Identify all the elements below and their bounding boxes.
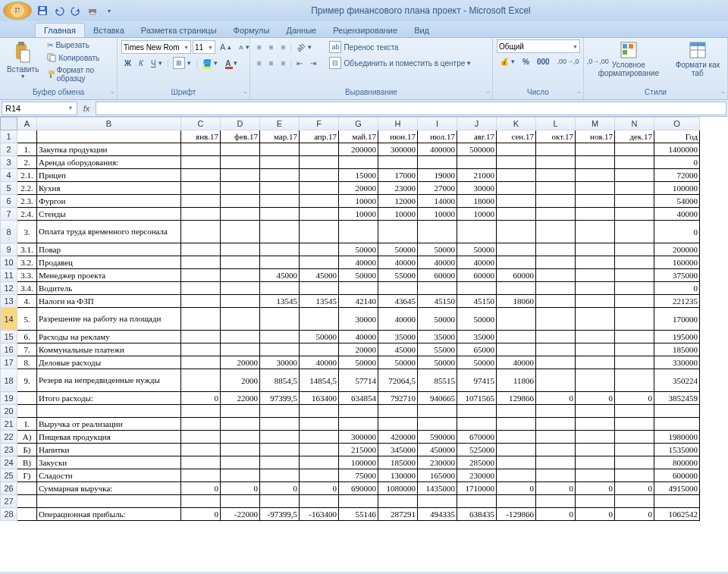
- cell[interactable]: [576, 495, 615, 508]
- cell[interactable]: 494335: [418, 508, 457, 521]
- number-format-combo[interactable]: Общий▼: [497, 39, 580, 53]
- cell[interactable]: 40000: [418, 256, 457, 269]
- cell[interactable]: [497, 243, 536, 256]
- cell[interactable]: 42140: [339, 295, 378, 308]
- row-header-13[interactable]: 13: [1, 295, 17, 308]
- cell[interactable]: 2000: [221, 369, 260, 392]
- cell[interactable]: 100000: [654, 182, 700, 195]
- cell[interactable]: 55000: [378, 269, 418, 282]
- cell[interactable]: [536, 243, 576, 256]
- cell[interactable]: [615, 469, 654, 482]
- cell[interactable]: 0: [221, 482, 260, 495]
- cell[interactable]: [260, 143, 300, 156]
- cell[interactable]: 21000: [457, 169, 497, 182]
- cell[interactable]: 1435000: [418, 482, 457, 495]
- cell[interactable]: [221, 169, 260, 182]
- cell[interactable]: 40000: [378, 308, 418, 331]
- cell[interactable]: 17000: [378, 169, 418, 182]
- cell[interactable]: 345000: [378, 444, 418, 456]
- cell[interactable]: [576, 208, 615, 221]
- cell[interactable]: 20000: [339, 182, 378, 195]
- cell[interactable]: 72064,5: [378, 369, 418, 392]
- cell[interactable]: [378, 221, 418, 243]
- cell[interactable]: май.17: [339, 130, 378, 143]
- italic-button[interactable]: К: [136, 58, 146, 69]
- cell[interactable]: [17, 495, 37, 508]
- cell[interactable]: 50000: [378, 356, 418, 369]
- cell[interactable]: [300, 308, 339, 331]
- cell[interactable]: 195000: [654, 331, 700, 343]
- cell[interactable]: 3.2.: [17, 256, 37, 269]
- cell[interactable]: [221, 156, 260, 169]
- cell[interactable]: [536, 182, 576, 195]
- col-header-N[interactable]: N: [615, 118, 654, 130]
- cell[interactable]: [221, 431, 260, 444]
- cell[interactable]: 0: [260, 482, 300, 495]
- cell[interactable]: [300, 143, 339, 156]
- cell[interactable]: [221, 182, 260, 195]
- cell[interactable]: [615, 195, 654, 208]
- cell[interactable]: 2.3.: [17, 195, 37, 208]
- tab-рецензирование[interactable]: Рецензирование: [325, 24, 406, 37]
- cell[interactable]: 3.3.: [17, 269, 37, 282]
- print-icon[interactable]: [85, 3, 100, 18]
- cell[interactable]: [181, 169, 221, 182]
- cell[interactable]: -22000: [221, 508, 260, 521]
- office-button[interactable]: [3, 2, 32, 20]
- cell[interactable]: [221, 269, 260, 282]
- col-header-D[interactable]: D: [221, 118, 260, 130]
- cell[interactable]: 50000: [418, 308, 457, 331]
- cell[interactable]: [181, 405, 221, 418]
- cell[interactable]: [300, 182, 339, 195]
- cell[interactable]: [615, 221, 654, 243]
- cell[interactable]: Повар: [37, 243, 181, 256]
- cell[interactable]: 13545: [300, 295, 339, 308]
- cell[interactable]: 0: [300, 482, 339, 495]
- cell[interactable]: 940665: [418, 392, 457, 405]
- qat-dropdown-icon[interactable]: ▾: [102, 3, 117, 18]
- cell[interactable]: 50000: [339, 356, 378, 369]
- cell[interactable]: [497, 331, 536, 343]
- cell[interactable]: 14000: [418, 195, 457, 208]
- cell[interactable]: 35000: [418, 331, 457, 343]
- cell[interactable]: Фургон: [37, 195, 181, 208]
- align-center-button[interactable]: ≡: [266, 58, 277, 69]
- cell[interactable]: [615, 495, 654, 508]
- col-header-L[interactable]: L: [536, 118, 576, 130]
- cell[interactable]: [221, 331, 260, 343]
- cell[interactable]: [221, 469, 260, 482]
- cell[interactable]: [300, 418, 339, 431]
- cell[interactable]: 2.4.: [17, 208, 37, 221]
- cell[interactable]: 0: [181, 392, 221, 405]
- cell[interactable]: [300, 469, 339, 482]
- cell[interactable]: Оплата труда временного персонала: [37, 221, 181, 243]
- cell[interactable]: 97415: [457, 369, 497, 392]
- cell[interactable]: [576, 469, 615, 482]
- cell[interactable]: [418, 418, 457, 431]
- cell[interactable]: -97399,5: [260, 508, 300, 521]
- cell[interactable]: Пищевая продукция: [37, 431, 181, 444]
- cell[interactable]: [536, 356, 576, 369]
- cell[interactable]: [418, 405, 457, 418]
- cell[interactable]: [536, 469, 576, 482]
- cell[interactable]: 10000: [378, 208, 418, 221]
- fill-color-button[interactable]: 🪣▾: [199, 58, 221, 69]
- font-color-button[interactable]: A▾: [222, 58, 240, 69]
- cell[interactable]: [497, 195, 536, 208]
- cell[interactable]: [576, 308, 615, 331]
- cell[interactable]: [576, 243, 615, 256]
- cell[interactable]: [497, 343, 536, 356]
- cell[interactable]: [536, 331, 576, 343]
- cell[interactable]: Расходы на рекламу: [37, 331, 181, 343]
- cell[interactable]: 30000: [457, 182, 497, 195]
- cell[interactable]: 215000: [339, 444, 378, 456]
- align-left-button[interactable]: ≡: [254, 58, 265, 69]
- cell[interactable]: [615, 169, 654, 182]
- col-header-J[interactable]: J: [457, 118, 497, 130]
- cell[interactable]: 40000: [497, 356, 536, 369]
- cell[interactable]: [260, 243, 300, 256]
- row-header-6[interactable]: 6: [1, 195, 17, 208]
- cell[interactable]: [181, 282, 221, 295]
- cell[interactable]: [497, 469, 536, 482]
- cell[interactable]: [615, 143, 654, 156]
